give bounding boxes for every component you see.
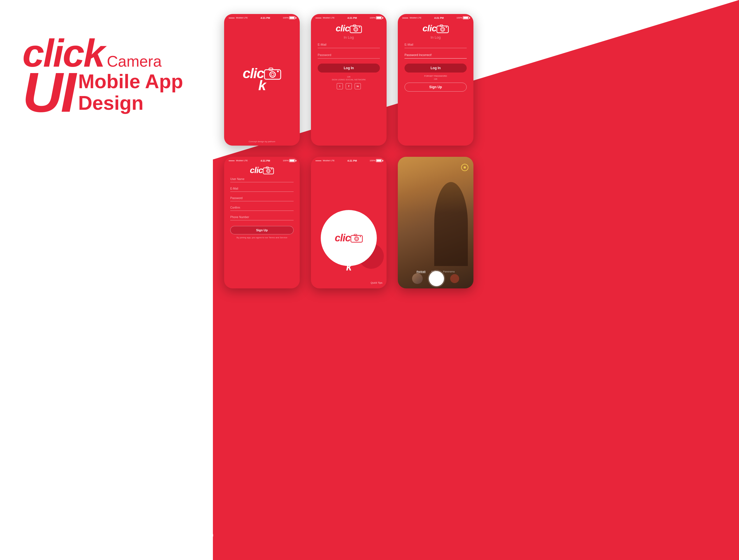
phone-splash2: ●●●●● Mobitel LTE 4:21 PM 100% clic (311, 157, 387, 289)
password-error-label: Password Incorrect! (405, 53, 432, 56)
login-camera-icon (349, 23, 362, 34)
terms-text: By joining app, you agree to our Terms a… (230, 236, 294, 239)
confirm-field: Confirm (230, 206, 240, 209)
signup-form: User Name E-Mail Password Confirm Phone … (224, 176, 300, 239)
linkedin-icon[interactable]: in (355, 83, 361, 89)
splash-logo-text2: k (258, 77, 266, 94)
or-text-1: OR (318, 75, 380, 78)
svg-point-4 (271, 73, 274, 76)
brand-camera-text: Camera (107, 52, 162, 70)
signup-logo: clic (250, 166, 263, 175)
error-login-button[interactable]: Log In (405, 63, 467, 72)
social-icons: t f in (318, 83, 380, 89)
svg-rect-15 (440, 25, 443, 26)
battery-1: 100% (283, 16, 289, 19)
status-bar-4: ●●●●● Mobitel LTE 4:21 PM 100% (224, 157, 300, 163)
in-log-label-1: In Log (311, 35, 387, 39)
quick-tips: Quick Tips (371, 282, 383, 284)
username-field: User Name (230, 178, 245, 181)
phone-error-login: ●●●●● Mobitel LTE 4:21 PM 100% clic (398, 14, 473, 146)
splash-camera-icon (264, 66, 281, 80)
white-circle: clic (321, 210, 377, 266)
password-signup-field: Password (230, 197, 243, 200)
svg-point-11 (359, 26, 360, 27)
branding-area: click Camera UI Mobile App Design (22, 34, 183, 118)
focus-dot (464, 166, 466, 169)
or-text-2: OR (405, 78, 467, 80)
status-bar-2: ●●●●● Mobitel LTE 4:21 PM 100% (311, 14, 387, 20)
main-content: click Camera UI Mobile App Design Concep… (0, 0, 739, 560)
status-bar-1: ●●●●● Mobitel LTE 4:21 PM 100% (224, 14, 300, 20)
svg-point-13 (441, 27, 445, 31)
twitter-icon[interactable]: t (337, 83, 343, 89)
error-logo: clic (422, 23, 436, 34)
svg-point-26 (360, 236, 361, 237)
svg-point-19 (268, 170, 269, 172)
phone-signup: ●●●●● Mobitel LTE 4:21 PM 100% clic (224, 157, 300, 289)
email-field-label: E-Mail (318, 43, 326, 46)
camera-thumbnail-right[interactable] (450, 274, 459, 283)
error-camera-icon (436, 23, 449, 34)
camera-thumbnail-left[interactable] (412, 273, 423, 284)
signup-camera-icon (263, 166, 274, 175)
phones-grid: ●●●●● Mobitel LTE 4:21 PM 100% clic (224, 14, 476, 291)
camera-focus-ring (461, 164, 468, 171)
facebook-icon[interactable]: f (346, 83, 352, 89)
brand-design-text: Design (78, 92, 183, 114)
login-button[interactable]: Log In (318, 63, 380, 72)
status-bar-5: ●●●●● Mobitel LTE 4:21 PM 100% (311, 157, 387, 163)
concept-label: Concept UI Design (22, 514, 214, 525)
svg-rect-20 (266, 167, 269, 168)
svg-point-23 (355, 237, 358, 241)
svg-point-16 (446, 26, 447, 27)
error-email-label: E-Mail (405, 43, 413, 46)
signup-submit-button[interactable]: Sign Up (230, 226, 294, 234)
signup-button-error[interactable]: Sign Up (405, 82, 467, 91)
time-1: 4:21 PM (261, 16, 270, 19)
svg-point-3 (270, 72, 275, 77)
circle-camera-icon (350, 233, 363, 243)
svg-point-18 (267, 169, 270, 173)
login-logo: clic (336, 23, 349, 34)
svg-rect-5 (269, 68, 273, 70)
login-form: E-Mail Password Log In OR SIGN USING SOC… (311, 42, 387, 89)
svg-point-14 (441, 28, 443, 30)
svg-point-6 (277, 70, 279, 72)
credits-area: Concept UI Design behance.net/pathumtzoo (22, 514, 214, 543)
phone-login: ●●●●● Mobitel LTE 4:21 PM 100% clic (311, 14, 387, 146)
concept-text: Concept design by pathum (224, 140, 300, 143)
svg-point-21 (271, 169, 272, 170)
circle-logo-k: k (346, 261, 351, 273)
phone-splash: ●●●●● Mobitel LTE 4:21 PM 100% clic (224, 14, 300, 146)
svg-point-24 (355, 238, 357, 240)
in-log-label-2: In Log (398, 35, 473, 39)
shutter-button[interactable] (429, 271, 444, 286)
camera-ui-overlay: Portrait Selfie Panorama (398, 157, 473, 289)
password-field-label: Password (318, 53, 331, 56)
svg-point-9 (355, 28, 356, 30)
behance-label: behance.net/pathumtzoo (22, 525, 214, 543)
error-login-form: E-Mail Password Incorrect! Log In FORGET… (398, 42, 473, 91)
circle-logo-text: clic (335, 232, 350, 244)
phone-field: Phone Number (230, 216, 249, 219)
camera-controls-bar (398, 271, 473, 286)
svg-rect-10 (353, 25, 356, 26)
status-bar-3: ●●●●● Mobitel LTE 4:21 PM 100% (398, 14, 473, 20)
svg-rect-25 (354, 234, 357, 236)
svg-point-8 (354, 27, 358, 31)
social-text-1: SIGN USING SOCIAL NETWORK (318, 78, 380, 81)
brand-ui-text: UI (22, 67, 74, 118)
email-signup-field: E-Mail (230, 187, 238, 190)
status-bar-6 (398, 157, 473, 160)
phone-camera: Portrait Selfie Panorama (398, 157, 473, 289)
brand-mobile-app-text: Mobile App (78, 71, 183, 92)
forget-password: FORGET PASSWORD (405, 75, 467, 77)
